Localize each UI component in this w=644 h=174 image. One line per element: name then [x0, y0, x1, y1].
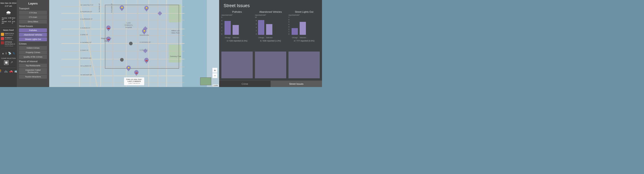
data-age-box: Data not older than: LAST 2 WEEKS LAST M…	[124, 78, 144, 85]
map-zoom-controls: + −	[212, 68, 217, 78]
chart-av-title: Abandoned Vehicles	[260, 10, 282, 13]
layer-potholes[interactable]: Potholes	[19, 28, 47, 32]
bar-selection-sl	[300, 22, 306, 35]
zoom-out-button[interactable]: −	[212, 73, 217, 78]
svg-text:Children's: Children's	[124, 24, 132, 26]
svg-marker-58	[143, 32, 146, 35]
chart-sl-unit: reported/mile²	[288, 14, 300, 16]
y-label-5: 5	[222, 16, 222, 18]
tab-crime[interactable]: Crime	[219, 81, 270, 87]
svg-marker-49	[120, 9, 124, 11]
layer-abandoned-vehicles[interactable]: Abandoned Vehicles	[19, 33, 47, 37]
svg-point-73	[120, 58, 124, 62]
bar-chicago-potholes-bar	[224, 21, 231, 35]
chart-potholes-wrapper: 5 4 3 2 1 0 Chicago Sele	[222, 16, 253, 39]
selection-tools: ⬜ ↗	[4, 61, 13, 65]
sun-info: Sunrise : 6:55 am 50.8 F Sunset : 4:22 p…	[1, 17, 16, 24]
svg-marker-70	[127, 69, 130, 71]
news-item-2: ROBBERY 11/15 5:55 pm	[1, 37, 16, 40]
divider-2	[1, 49, 16, 49]
car-icon[interactable]: 🚗	[9, 69, 13, 73]
bar-selection-potholes-bar	[232, 25, 239, 35]
y-label-1: 1	[222, 30, 222, 31]
zoom-in-button[interactable]: +	[212, 68, 217, 73]
street-issues-header: Street Issues	[17, 24, 49, 28]
svg-point-69	[126, 66, 131, 70]
layer-inspection-failed[interactable]: Inspection Failed Restaurants	[19, 68, 47, 74]
rss-icon[interactable]: 📡	[8, 52, 12, 55]
news-type-offense: OFFENSE INVOLVING CI	[5, 41, 16, 45]
map-area[interactable]: W CHESTNUT ST E PEARSON ST E SUPERIOR ST…	[49, 0, 219, 87]
leaflet-attribution: Leaflet	[213, 85, 219, 87]
sunset-temp: 10.4 C	[12, 21, 16, 24]
layer-quality-of-life-crimes[interactable]: Quality-of-life Crimes	[19, 55, 47, 59]
y-label-5: 5	[288, 21, 289, 23]
bike-icon[interactable]: 🚲	[4, 69, 8, 73]
datetime-display: Mon Nov 24 20142:37 am	[0, 2, 16, 7]
left-panel: Mon Nov 24 20142:37 am 🌧 Sunrise : 6:55 …	[0, 0, 17, 87]
layer-divvy-bikes[interactable]: Divvy Bikes	[19, 20, 47, 24]
x-label-chicago-sl: Chicago	[292, 37, 298, 38]
data-age-option1[interactable]: LAST 2 WEEKS	[128, 80, 141, 82]
data-age-option2[interactable]: LAST MONTH	[128, 82, 140, 84]
y-label-7: 7	[288, 16, 289, 18]
tab-street-issues[interactable]: Street Issues	[270, 81, 322, 87]
x-label-selection-potholes: Selection	[232, 37, 239, 38]
chart-av-wrapper: 10 8 6 4 2 0 Chicago Sel	[255, 16, 286, 39]
news-time-offense: 11/15 5:59 pm	[5, 45, 16, 47]
y-label-10: 10	[255, 16, 257, 18]
weather-icon: 🌧	[6, 9, 11, 16]
chart-sl-stat: 4 / 777 reported (0.5%)	[294, 40, 314, 42]
bar-chicago-av	[258, 20, 264, 35]
twitter-icon[interactable]: 𝕏	[13, 52, 15, 55]
news-badge-narcotics	[1, 33, 4, 36]
crimes-header: Crimes	[17, 42, 49, 46]
svg-marker-64	[145, 61, 148, 64]
large-charts-area	[219, 52, 322, 81]
news-item-1: NARCOTICS 11/15 5:50 pm	[1, 33, 16, 36]
layer-property-crimes[interactable]: Property Crimes	[19, 50, 47, 54]
bar-chicago-sl	[292, 28, 298, 35]
layer-cta-train[interactable]: CTA train	[19, 15, 47, 19]
svg-point-51	[106, 25, 111, 30]
svg-point-54	[106, 37, 111, 41]
layer-streets-lights-out[interactable]: Streets Lights Out	[19, 37, 47, 41]
large-chart-1	[222, 52, 253, 78]
layer-violent-crimes[interactable]: Violent Crimes	[19, 46, 47, 50]
walk-icon[interactable]: 🚶	[0, 69, 3, 73]
layer-cta-bus[interactable]: CTA bus	[19, 11, 47, 15]
y-label-8: 8	[256, 20, 257, 21]
svg-text:💡: 💡	[128, 67, 130, 69]
chart-potholes-bars	[224, 18, 253, 35]
svg-text:Magnificent: Magnificent	[101, 37, 112, 39]
svg-text:💡: 💡	[121, 6, 124, 9]
svg-point-66	[134, 70, 139, 75]
news-type-robbery: ROBBERY	[5, 37, 13, 39]
map-thumbnail[interactable]	[200, 78, 211, 85]
layer-tourist-attractions[interactable]: Tourist Attractions	[19, 75, 47, 79]
svg-text:💡: 💡	[143, 30, 146, 33]
svg-text:W WACKER DR: W WACKER DR	[80, 74, 92, 76]
chart-sl-title: Street Lights Out	[295, 10, 314, 13]
news-type-narcotics: NARCOTICS	[5, 33, 14, 35]
layers-title: Layers	[17, 0, 49, 6]
svg-marker-74	[143, 26, 148, 31]
svg-text:Lurie: Lurie	[126, 22, 130, 24]
large-chart-2	[255, 52, 286, 78]
svg-point-60	[144, 6, 149, 10]
y-label-3: 3	[222, 23, 222, 25]
path-select-icon[interactable]: ↗	[10, 61, 13, 65]
info-icon[interactable]: ℹ	[6, 52, 7, 55]
divider-1	[1, 27, 16, 28]
rectangle-select-icon[interactable]: ⬜	[4, 61, 8, 65]
bar-chicago-av-bar	[258, 20, 264, 35]
chart-sl-bars	[292, 18, 320, 35]
triangle-icon[interactable]: ▲	[2, 52, 4, 55]
svg-marker-75	[143, 49, 148, 53]
svg-marker-55	[107, 40, 110, 42]
svg-text:Milton Lee: Milton Lee	[172, 30, 180, 32]
chart-abandoned-vehicles: Abandoned Vehicles reported/mile² 10 8 6…	[255, 10, 286, 52]
svg-text:N CLARK ST: N CLARK ST	[111, 3, 112, 12]
layer-top-restaurants[interactable]: Top Restaurants	[19, 64, 47, 68]
svg-point-57	[142, 29, 146, 33]
